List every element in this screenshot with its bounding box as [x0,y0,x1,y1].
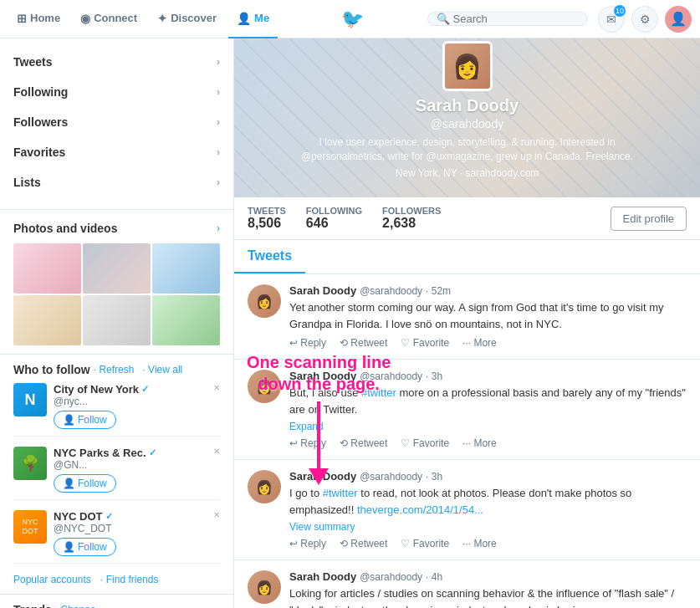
retweet-button-2[interactable]: ⟲ Retweet [340,437,387,449]
twitter-bird-logo: 🐦 [341,8,364,30]
who-to-follow-header: Who to follow · Refresh · View all [13,363,220,376]
tweet-avatar-2: 👩 [248,370,281,403]
tweets-tab-bar: Tweets [234,240,700,274]
tweet-handle-1: @sarahdoody [360,285,422,297]
follow-item-2: 🌳 NYC Parks & Rec. ✓ @GN... 👤 Follow ✕ [13,447,220,500]
chevron-right-icon: › [217,56,220,68]
who-to-follow-section: Who to follow · Refresh · View all N Cit… [0,354,233,594]
more-button-1[interactable]: ··· More [462,337,497,349]
refresh-link[interactable]: · Refresh [94,364,135,376]
tweet-text-1: Yet another storm coming our way. A sign… [289,299,687,332]
search-input[interactable] [453,13,579,25]
tweet-actions-3: ↩ Reply ⟲ Retweet ♡ Favorite ··· More [289,538,687,549]
tweet-item-4: 👩 Sarah Doody @sarahdoody · 4h Loking fo… [234,560,700,608]
tweet-actions-2: ↩ Reply ⟲ Retweet ♡ Favorite ··· More [289,437,687,449]
discover-icon: ✦ [157,12,167,25]
dismiss-button-1[interactable]: ✕ [213,383,220,392]
sidebar-nav-section: Tweets › Following › Followers › Favorit… [0,38,233,206]
expand-button-2[interactable]: Expand [289,421,687,432]
photo-thumb-4[interactable] [13,295,81,345]
sidebar-item-following[interactable]: Following › [0,77,233,107]
follow-button-1[interactable]: 👤 Follow [54,411,116,429]
dismiss-button-3[interactable]: ✕ [213,510,220,519]
tweet-hashtag-twitter-3[interactable]: #twitter [323,487,358,499]
photo-thumb-3[interactable] [152,243,220,294]
reply-button-1[interactable]: ↩ Reply [289,337,326,349]
photo-thumb-5[interactable] [83,295,151,345]
sidebar-item-followers[interactable]: Followers › [0,107,233,137]
follow-handle-1: @nyc... [54,396,207,407]
sidebar-item-favorites[interactable]: Favorites › [0,137,233,167]
tweet-name-2: Sarah Doody [289,370,356,382]
follow-name-2: NYC Parks & Rec. ✓ [54,447,207,459]
edit-profile-button[interactable]: Edit profile [611,207,687,231]
top-navigation: ⊞ Home ◉ Connect ✦ Discover 👤 Me 🐦 🔍 ✉ 1… [0,0,700,38]
sidebar-item-lists[interactable]: Lists › [0,167,233,197]
tweet-body-4: Sarah Doody @sarahdoody · 4h Loking for … [289,570,687,608]
photo-thumb-2[interactable] [83,243,151,294]
follow-button-3[interactable]: 👤 Follow [54,538,116,556]
chevron-right-icon: › [217,116,220,128]
settings-button[interactable]: ⚙ [631,6,658,33]
verified-badge-1: ✓ [141,384,149,395]
tweet-item-1: 👩 Sarah Doody @sarahdoody · 52m Yet anot… [234,274,700,360]
main-content: 👩 Sarah Doody @sarahdoody I love user ex… [234,38,700,608]
profile-bio: I love user experience, design, storytel… [284,135,651,164]
tweet-handle-3: @sarahdoody [360,471,422,483]
retweet-button-1[interactable]: ⟲ Retweet [340,337,387,349]
gear-icon: ⚙ [640,13,651,26]
nav-action-bar: ✉ 10 ⚙ 👤 [598,6,692,33]
profile-avatar-wrapper: 👩 [251,41,683,96]
tweet-link-verge[interactable]: theverge.com/2014/1/54... [357,503,483,516]
trends-change-link[interactable]: · Change [55,604,96,608]
tweet-name-4: Sarah Doody [289,570,356,583]
reply-button-3[interactable]: ↩ Reply [289,538,326,549]
tweet-actions-1: ↩ Reply ⟲ Retweet ♡ Favorite ··· More [289,337,687,349]
tweet-body-2: Sarah Doody @sarahdoody · 3h But, I also… [289,370,687,449]
user-avatar-button[interactable]: 👤 [665,6,692,33]
popular-accounts-link[interactable]: Popular accounts [13,574,91,585]
follow-name-1: City of New York ✓ [54,383,207,396]
user-avatar-image: 👤 [670,11,687,27]
tweet-body-1: Sarah Doody @sarahdoody · 52m Yet anothe… [289,284,687,349]
view-summary-button-3[interactable]: View summary [289,521,687,533]
notifications-button[interactable]: ✉ 10 [598,6,625,33]
nav-me[interactable]: 👤 Me [228,0,278,38]
tweet-header-3: Sarah Doody @sarahdoody · 3h [289,470,687,483]
view-all-link[interactable]: · View all [142,364,182,376]
photo-thumb-1[interactable] [13,243,81,294]
photo-thumb-6[interactable] [152,295,220,345]
follow-avatar-3: NYC DOT [13,510,47,544]
nav-connect[interactable]: ◉ Connect [72,0,146,38]
profile-location: New York, NY · sarahdoody.com [251,167,683,179]
more-button-3[interactable]: ··· More [462,538,497,549]
chevron-right-icon: › [217,146,220,158]
follow-avatar-2: 🌳 [13,447,47,480]
favorite-button-2[interactable]: ♡ Favorite [401,437,449,449]
favorite-button-3[interactable]: ♡ Favorite [401,538,449,549]
reply-button-2[interactable]: ↩ Reply [289,437,326,449]
more-button-2[interactable]: ··· More [462,437,497,449]
follow-handle-3: @NYC_DOT [54,523,207,534]
tweet-text-2: But, I also use #twitter more on a profe… [289,385,687,417]
find-friends-link[interactable]: Find friends [106,574,159,585]
tweets-list: 👩 Sarah Doody @sarahdoody · 52m Yet anot… [234,274,700,608]
follow-icon-3: 👤 [63,541,75,553]
retweet-button-3[interactable]: ⟲ Retweet [340,538,387,549]
follow-button-2[interactable]: 👤 Follow [54,474,116,493]
search-icon: 🔍 [437,13,450,25]
tweet-item-3: 👩 Sarah Doody @sarahdoody · 3h I go to #… [234,460,700,560]
nav-discover[interactable]: ✦ Discover [149,0,225,38]
tweet-handle-4: @sarahdoody [360,571,422,583]
tweet-text-4: Loking for articles / studies on scannin… [289,585,687,608]
photos-more-link[interactable]: › [217,222,220,234]
sidebar-item-tweets[interactable]: Tweets › [0,47,233,77]
favorite-button-1[interactable]: ♡ Favorite [401,337,449,349]
follow-info-3: NYC DOT ✓ @NYC_DOT 👤 Follow [54,510,207,556]
tweets-tab[interactable]: Tweets [234,240,305,273]
sidebar-divider [0,209,233,210]
tweet-hashtag-twitter[interactable]: #twitter [361,386,396,399]
nav-home[interactable]: ⊞ Home [8,0,69,38]
tweet-time-3: · 3h [426,471,442,483]
dismiss-button-2[interactable]: ✕ [213,447,220,456]
